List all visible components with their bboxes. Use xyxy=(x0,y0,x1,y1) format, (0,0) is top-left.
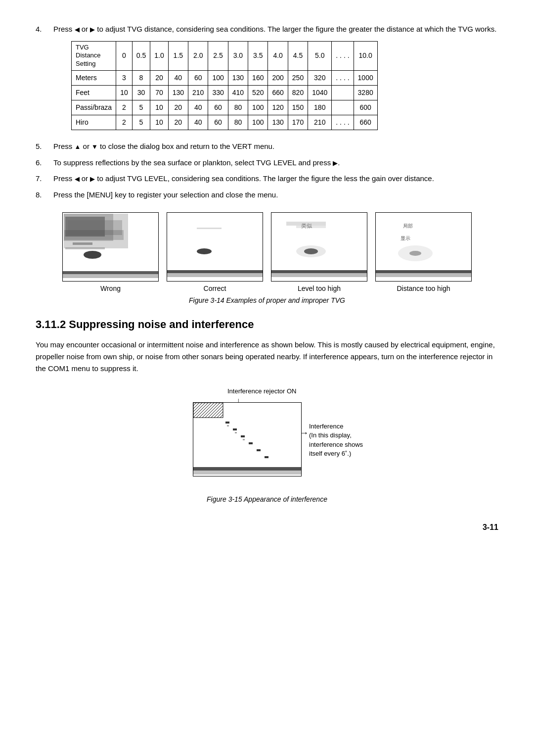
step-text-8: Press the [MENU] key to register your se… xyxy=(53,189,498,201)
step-text-7: Press or to adjust TVG LEVEL, considerin… xyxy=(53,173,498,185)
table-row-passi: Passi/braza 2 5 10 20 40 60 80 100 120 1… xyxy=(72,100,378,115)
interference-wrap: Interference rejector ON ↓ xyxy=(163,382,371,491)
svg-rect-7 xyxy=(63,271,159,274)
table-header-tvg: TVGDistanceSetting xyxy=(72,41,116,71)
svg-rect-34 xyxy=(225,422,229,424)
arrow-left-icon xyxy=(75,25,80,33)
step-num-6: 6. xyxy=(36,157,53,169)
fig15-caption: Figure 3-15 Appearance of interference xyxy=(36,495,498,503)
table-col-40: 4.0 xyxy=(268,41,288,71)
arrow-up-icon xyxy=(75,142,81,150)
interference-rejector-label: Interference rejector ON xyxy=(227,387,296,395)
interference-annotation: Interference (In this display, interfere… xyxy=(309,422,363,458)
fig-level-high-label: Level too high xyxy=(298,284,341,292)
page-number: 3-11 xyxy=(36,523,498,532)
step-text-4: Press or to adjust TVG distance, conside… xyxy=(53,24,498,136)
arrow-right-icon-3 xyxy=(90,174,95,183)
fig-correct: Correct xyxy=(167,212,263,292)
svg-point-12 xyxy=(197,248,212,254)
int-line3: interference shows xyxy=(309,441,363,448)
table-col-15: 1.5 xyxy=(168,41,188,71)
interference-fig: Interference rejector ON ↓ xyxy=(36,382,498,491)
table-col-50: 5.0 xyxy=(308,41,332,71)
tvg-distance-table: TVGDistanceSetting 0 0.5 1.0 1.5 2.0 2.5… xyxy=(71,41,378,131)
table-col-30: 3.0 xyxy=(228,41,248,71)
step-8: 8. Press the [MENU] key to register your… xyxy=(36,189,498,201)
fig-correct-label: Correct xyxy=(204,284,226,292)
svg-rect-19 xyxy=(271,270,367,273)
svg-rect-43 xyxy=(193,467,302,471)
int-line1: Interference xyxy=(309,423,343,430)
step-5: 5. Press or to close the dialog box and … xyxy=(36,141,498,152)
svg-rect-41 xyxy=(235,432,237,433)
table-col-25: 2.5 xyxy=(208,41,228,71)
sonar-level-high: 类似 xyxy=(271,212,367,282)
step-text-6: To suppress reflections by the sea surfa… xyxy=(53,157,498,169)
svg-text:显示: 显示 xyxy=(400,236,410,241)
int-line2: (In this display, xyxy=(309,431,352,439)
table-row-feet: Feet 10 30 70 130 210 330 410 520 660 82… xyxy=(72,86,378,100)
svg-text:局部: 局部 xyxy=(403,223,413,229)
step-num-4: 4. xyxy=(36,24,53,136)
sonar-wrong xyxy=(62,212,159,282)
table-col-35: 3.5 xyxy=(248,41,268,71)
interference-svg xyxy=(193,403,302,476)
arrow-right-icon-2 xyxy=(333,158,338,167)
arrow-down-icon xyxy=(91,142,98,150)
interference-box xyxy=(193,402,302,476)
table-col-10: 1.0 xyxy=(150,41,168,71)
table-row-hiro: Hiro 2 5 10 20 40 60 80 100 130 170 210 … xyxy=(72,115,378,130)
fig-level-high: 类似 Level too high xyxy=(271,212,367,292)
arrow-right-icon xyxy=(90,25,95,33)
sonar-dist-high: 局部 显示 xyxy=(375,212,472,282)
body-text: You may encounter occasional or intermit… xyxy=(36,339,498,375)
step-6: 6. To suppress reflections by the sea su… xyxy=(36,157,498,169)
section-title: 3.11.2 Suppressing noise and interferenc… xyxy=(36,318,498,331)
svg-point-30 xyxy=(398,245,433,261)
table-col-dots: . . . . xyxy=(332,41,354,71)
svg-rect-32 xyxy=(193,403,223,418)
svg-rect-38 xyxy=(257,449,261,451)
figures-row: Wrong Correct 类似 xyxy=(36,212,498,292)
step-num-8: 8. xyxy=(36,189,53,201)
arrow-left-icon-2 xyxy=(75,174,80,183)
sonar-wrong-svg xyxy=(63,213,159,282)
int-line4: itself every 6˚.) xyxy=(309,450,351,457)
svg-rect-44 xyxy=(193,471,302,474)
svg-rect-10 xyxy=(65,247,105,249)
svg-rect-15 xyxy=(197,228,222,229)
step-4: 4. Press or to adjust TVG distance, cons… xyxy=(36,24,498,136)
step-num-7: 7. xyxy=(36,173,53,185)
svg-rect-29 xyxy=(376,273,472,277)
fig-wrong-label: Wrong xyxy=(100,284,121,292)
fig-dist-high-label: Distance too high xyxy=(397,284,450,292)
fig-dist-high: 局部 显示 Distance too high xyxy=(375,212,472,292)
sonar-correct xyxy=(167,212,263,282)
interference-pointer-arrow: → xyxy=(300,428,309,438)
svg-rect-5 xyxy=(64,230,124,240)
svg-rect-20 xyxy=(271,273,367,277)
svg-rect-42 xyxy=(243,439,245,440)
svg-rect-39 xyxy=(265,456,268,458)
sonar-dist-high-svg: 局部 显示 xyxy=(376,213,472,282)
sonar-level-high-svg: 类似 xyxy=(271,213,367,282)
table-col-0: 0 xyxy=(116,41,133,71)
svg-rect-28 xyxy=(376,270,472,273)
fig-wrong: Wrong xyxy=(62,212,159,292)
svg-rect-9 xyxy=(73,242,92,245)
svg-rect-13 xyxy=(167,270,263,273)
section-number: 3.11.2 xyxy=(36,318,66,331)
step-text-5: Press or to close the dialog box and ret… xyxy=(53,141,498,152)
table-col-100: 10.0 xyxy=(354,41,377,71)
svg-rect-14 xyxy=(167,273,263,277)
svg-rect-35 xyxy=(233,428,237,430)
table-col-20: 2.0 xyxy=(188,41,208,71)
svg-rect-37 xyxy=(249,442,253,444)
svg-point-21 xyxy=(296,245,326,257)
fig14-caption: Figure 3-14 Examples of proper and impro… xyxy=(36,296,498,304)
svg-rect-36 xyxy=(241,435,245,437)
sonar-correct-svg xyxy=(167,213,263,282)
table-col-45: 4.5 xyxy=(288,41,308,71)
step-7: 7. Press or to adjust TVG LEVEL, conside… xyxy=(36,173,498,185)
svg-rect-23 xyxy=(296,226,326,228)
